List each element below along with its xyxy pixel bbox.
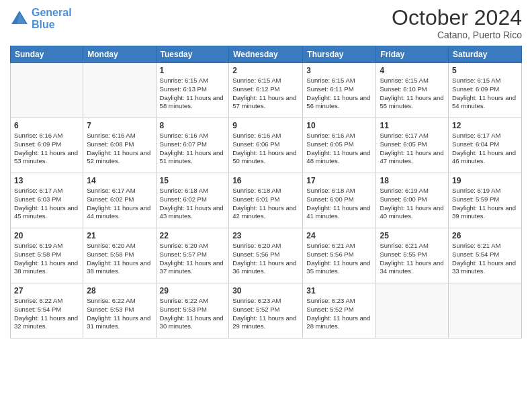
calendar-cell: 4Sunrise: 6:15 AM Sunset: 6:10 PM Daylig…	[376, 63, 449, 118]
calendar-cell: 16Sunrise: 6:18 AM Sunset: 6:01 PM Dayli…	[229, 173, 303, 228]
calendar-week-5: 27Sunrise: 6:22 AM Sunset: 5:54 PM Dayli…	[11, 283, 522, 338]
day-info: Sunrise: 6:23 AM Sunset: 5:52 PM Dayligh…	[306, 297, 372, 331]
calendar-cell: 3Sunrise: 6:15 AM Sunset: 6:11 PM Daylig…	[303, 63, 376, 118]
day-number: 27	[14, 286, 79, 295]
day-number: 5	[452, 66, 518, 75]
logo-line2: Blue	[32, 19, 55, 30]
calendar-cell	[11, 63, 83, 118]
day-number: 11	[380, 121, 445, 130]
day-info: Sunrise: 6:16 AM Sunset: 6:08 PM Dayligh…	[87, 132, 152, 166]
calendar-cell: 29Sunrise: 6:22 AM Sunset: 5:53 PM Dayli…	[156, 283, 229, 338]
day-number: 18	[380, 176, 445, 185]
day-info: Sunrise: 6:18 AM Sunset: 6:01 PM Dayligh…	[232, 187, 299, 221]
logo-line1: General	[32, 7, 72, 18]
day-number: 12	[452, 121, 518, 130]
day-number: 30	[232, 286, 299, 295]
day-info: Sunrise: 6:15 AM Sunset: 6:09 PM Dayligh…	[452, 77, 518, 111]
day-number: 4	[380, 66, 445, 75]
calendar-cell: 17Sunrise: 6:18 AM Sunset: 6:00 PM Dayli…	[303, 173, 376, 228]
calendar-cell: 13Sunrise: 6:17 AM Sunset: 6:03 PM Dayli…	[11, 173, 83, 228]
day-info: Sunrise: 6:21 AM Sunset: 5:55 PM Dayligh…	[380, 242, 445, 276]
day-info: Sunrise: 6:15 AM Sunset: 6:13 PM Dayligh…	[160, 77, 226, 111]
day-number: 10	[306, 121, 372, 130]
day-info: Sunrise: 6:15 AM Sunset: 6:12 PM Dayligh…	[232, 77, 299, 111]
col-wednesday: Wednesday	[229, 46, 303, 63]
calendar-week-3: 13Sunrise: 6:17 AM Sunset: 6:03 PM Dayli…	[11, 173, 522, 228]
day-info: Sunrise: 6:22 AM Sunset: 5:54 PM Dayligh…	[14, 297, 79, 331]
calendar-cell: 26Sunrise: 6:21 AM Sunset: 5:54 PM Dayli…	[449, 228, 522, 283]
calendar-cell: 22Sunrise: 6:20 AM Sunset: 5:57 PM Dayli…	[156, 228, 229, 283]
day-number: 28	[87, 286, 152, 295]
calendar-cell	[83, 63, 156, 118]
day-info: Sunrise: 6:20 AM Sunset: 5:57 PM Dayligh…	[160, 242, 226, 276]
calendar-cell: 31Sunrise: 6:23 AM Sunset: 5:52 PM Dayli…	[303, 283, 376, 338]
col-friday: Friday	[376, 46, 449, 63]
day-info: Sunrise: 6:15 AM Sunset: 6:10 PM Dayligh…	[380, 77, 445, 111]
day-info: Sunrise: 6:16 AM Sunset: 6:06 PM Dayligh…	[232, 132, 299, 166]
calendar-cell: 10Sunrise: 6:16 AM Sunset: 6:05 PM Dayli…	[303, 118, 376, 173]
calendar-week-4: 20Sunrise: 6:19 AM Sunset: 5:58 PM Dayli…	[11, 228, 522, 283]
page: General Blue October 2024 Catano, Puerto…	[0, 0, 532, 411]
calendar-cell: 14Sunrise: 6:17 AM Sunset: 6:02 PM Dayli…	[83, 173, 156, 228]
day-info: Sunrise: 6:17 AM Sunset: 6:04 PM Dayligh…	[452, 132, 518, 166]
day-number: 14	[87, 176, 152, 185]
calendar-cell: 12Sunrise: 6:17 AM Sunset: 6:04 PM Dayli…	[449, 118, 522, 173]
calendar-cell: 25Sunrise: 6:21 AM Sunset: 5:55 PM Dayli…	[376, 228, 449, 283]
calendar-cell: 18Sunrise: 6:19 AM Sunset: 6:00 PM Dayli…	[376, 173, 449, 228]
calendar-cell: 30Sunrise: 6:23 AM Sunset: 5:52 PM Dayli…	[229, 283, 303, 338]
day-number: 2	[232, 66, 299, 75]
day-number: 22	[160, 231, 226, 240]
logo: General Blue	[10, 7, 72, 30]
day-number: 20	[14, 231, 79, 240]
calendar-week-2: 6Sunrise: 6:16 AM Sunset: 6:09 PM Daylig…	[11, 118, 522, 173]
calendar: Sunday Monday Tuesday Wednesday Thursday…	[10, 46, 522, 338]
calendar-cell	[449, 283, 522, 338]
day-number: 9	[232, 121, 299, 130]
day-number: 3	[306, 66, 372, 75]
day-info: Sunrise: 6:21 AM Sunset: 5:56 PM Dayligh…	[306, 242, 372, 276]
day-info: Sunrise: 6:22 AM Sunset: 5:53 PM Dayligh…	[87, 297, 152, 331]
calendar-cell: 9Sunrise: 6:16 AM Sunset: 6:06 PM Daylig…	[229, 118, 303, 173]
calendar-cell: 19Sunrise: 6:19 AM Sunset: 5:59 PM Dayli…	[449, 173, 522, 228]
calendar-cell: 8Sunrise: 6:16 AM Sunset: 6:07 PM Daylig…	[156, 118, 229, 173]
day-info: Sunrise: 6:23 AM Sunset: 5:52 PM Dayligh…	[232, 297, 299, 331]
col-monday: Monday	[83, 46, 156, 63]
calendar-cell: 1Sunrise: 6:15 AM Sunset: 6:13 PM Daylig…	[156, 63, 229, 118]
day-number: 23	[232, 231, 299, 240]
day-number: 15	[160, 176, 226, 185]
day-info: Sunrise: 6:17 AM Sunset: 6:02 PM Dayligh…	[87, 187, 152, 221]
day-info: Sunrise: 6:20 AM Sunset: 5:56 PM Dayligh…	[232, 242, 299, 276]
day-info: Sunrise: 6:16 AM Sunset: 6:09 PM Dayligh…	[14, 132, 79, 166]
day-info: Sunrise: 6:16 AM Sunset: 6:07 PM Dayligh…	[160, 132, 226, 166]
day-info: Sunrise: 6:19 AM Sunset: 6:00 PM Dayligh…	[380, 187, 445, 221]
day-number: 8	[160, 121, 226, 130]
calendar-cell: 28Sunrise: 6:22 AM Sunset: 5:53 PM Dayli…	[83, 283, 156, 338]
calendar-cell: 21Sunrise: 6:20 AM Sunset: 5:58 PM Dayli…	[83, 228, 156, 283]
day-info: Sunrise: 6:17 AM Sunset: 6:05 PM Dayligh…	[380, 132, 445, 166]
month-title: October 2024	[392, 7, 522, 28]
col-thursday: Thursday	[303, 46, 376, 63]
day-number: 29	[160, 286, 226, 295]
calendar-cell: 2Sunrise: 6:15 AM Sunset: 6:12 PM Daylig…	[229, 63, 303, 118]
day-number: 19	[452, 176, 518, 185]
calendar-cell: 6Sunrise: 6:16 AM Sunset: 6:09 PM Daylig…	[11, 118, 83, 173]
day-number: 26	[452, 231, 518, 240]
calendar-cell: 20Sunrise: 6:19 AM Sunset: 5:58 PM Dayli…	[11, 228, 83, 283]
day-info: Sunrise: 6:18 AM Sunset: 6:02 PM Dayligh…	[160, 187, 226, 221]
day-number: 1	[160, 66, 226, 75]
calendar-cell	[376, 283, 449, 338]
day-number: 25	[380, 231, 445, 240]
location-subtitle: Catano, Puerto Rico	[392, 30, 522, 40]
calendar-week-1: 1Sunrise: 6:15 AM Sunset: 6:13 PM Daylig…	[11, 63, 522, 118]
day-number: 7	[87, 121, 152, 130]
day-number: 21	[87, 231, 152, 240]
day-number: 13	[14, 176, 79, 185]
day-info: Sunrise: 6:15 AM Sunset: 6:11 PM Dayligh…	[306, 77, 372, 111]
day-number: 31	[306, 286, 372, 295]
col-tuesday: Tuesday	[156, 46, 229, 63]
title-area: October 2024 Catano, Puerto Rico	[392, 7, 522, 40]
day-info: Sunrise: 6:20 AM Sunset: 5:58 PM Dayligh…	[87, 242, 152, 276]
calendar-cell: 23Sunrise: 6:20 AM Sunset: 5:56 PM Dayli…	[229, 228, 303, 283]
day-info: Sunrise: 6:22 AM Sunset: 5:53 PM Dayligh…	[160, 297, 226, 331]
calendar-header-row: Sunday Monday Tuesday Wednesday Thursday…	[11, 46, 522, 63]
